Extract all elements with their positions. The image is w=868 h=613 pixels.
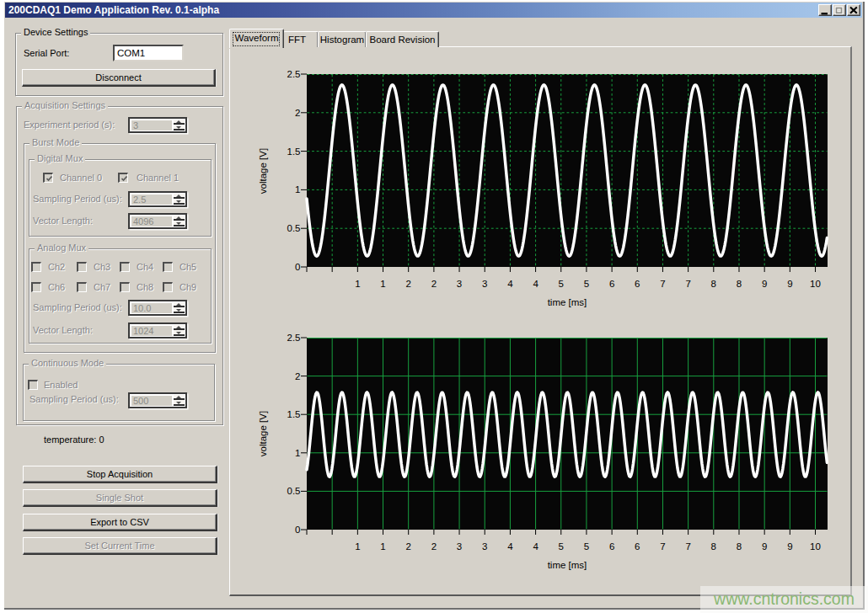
svg-text:2.5: 2.5 [287,333,301,343]
svg-text:9: 9 [762,279,767,289]
svg-text:7: 7 [660,541,665,552]
svg-text:1: 1 [380,279,385,289]
svg-text:0: 0 [295,262,300,272]
svg-text:time [ms]: time [ms] [548,297,587,307]
svg-text:0.5: 0.5 [287,486,301,496]
svg-text:5: 5 [559,279,564,289]
svg-text:3: 3 [482,541,487,552]
svg-text:2: 2 [431,541,437,552]
svg-text:1: 1 [380,541,385,552]
svg-text:3: 3 [482,279,487,289]
svg-text:2: 2 [405,541,410,552]
svg-text:0.5: 0.5 [287,223,301,233]
svg-text:9: 9 [787,279,792,289]
svg-text:6: 6 [609,541,614,552]
svg-text:4: 4 [507,279,513,289]
svg-text:1.5: 1.5 [287,147,301,157]
svg-text:3: 3 [457,279,462,289]
svg-text:10: 10 [810,279,821,289]
svg-text:9: 9 [762,541,767,552]
svg-text:voltage [V]: voltage [V] [258,411,268,456]
svg-text:7: 7 [685,279,690,289]
svg-text:0: 0 [295,525,300,535]
svg-text:1: 1 [355,541,360,552]
svg-text:2: 2 [431,279,437,289]
svg-text:4: 4 [533,279,538,289]
svg-text:2: 2 [295,108,300,118]
svg-text:6: 6 [635,541,640,552]
svg-text:1: 1 [355,279,360,289]
svg-text:1: 1 [295,448,300,458]
svg-text:6: 6 [635,279,640,289]
svg-text:2: 2 [295,371,300,381]
svg-text:5: 5 [584,541,589,552]
svg-text:8: 8 [737,279,742,289]
svg-text:1.5: 1.5 [287,409,301,419]
svg-text:7: 7 [685,541,690,552]
svg-text:3: 3 [457,541,462,552]
svg-text:9: 9 [787,541,792,552]
svg-text:4: 4 [533,541,538,552]
svg-text:2.5: 2.5 [287,69,301,79]
svg-text:8: 8 [737,541,742,552]
svg-text:voltage [V]: voltage [V] [258,148,268,194]
svg-text:1: 1 [295,184,300,195]
svg-text:8: 8 [711,541,716,552]
svg-text:4: 4 [507,541,513,552]
svg-text:5: 5 [584,279,589,289]
svg-text:7: 7 [660,279,665,289]
svg-text:2: 2 [405,279,410,289]
svg-text:6: 6 [609,279,614,289]
svg-text:8: 8 [711,279,716,289]
svg-text:5: 5 [559,541,564,552]
svg-text:time [ms]: time [ms] [548,560,587,570]
svg-text:10: 10 [810,541,821,552]
